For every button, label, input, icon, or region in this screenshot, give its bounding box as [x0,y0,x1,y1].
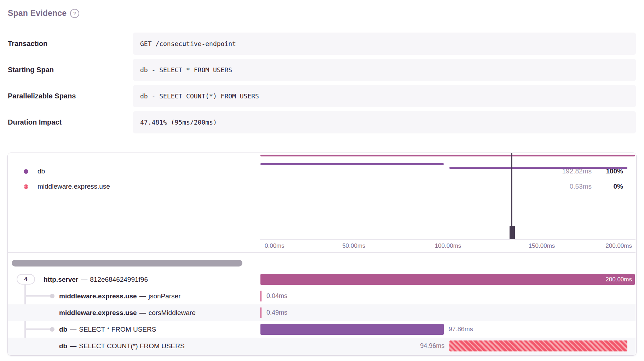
span-separator: — [139,309,146,317]
span-children-count-pill[interactable]: 4 [17,274,35,285]
span-duration-label: 94.96ms [260,338,444,354]
axis-tick [354,240,354,242]
span-bar-db-count [449,340,627,351]
trace-minimap[interactable] [260,153,636,239]
span-row-corsmiddleware[interactable]: middleware.express.use — corsMiddleware … [8,304,636,321]
minimap-span-line-http-server [260,155,635,156]
span-description: SELECT COUNT(*) FROM USERS [79,342,184,350]
axis-label: 50.00ms [342,242,365,250]
evidence-value: GET /consecutive-endpoint [133,33,636,55]
axis-tick [542,240,542,242]
span-rows: 4 http.server — 812e684624991f96 200.00m… [8,271,636,355]
span-duration-label: 0.49ms [266,304,287,321]
evidence-row-parallelizable-spans: Parallelizable Spans db - SELECT COUNT(*… [0,85,644,107]
evidence-label: Duration Impact [8,111,62,133]
span-op: middleware.express.use [59,309,137,317]
span-row-db-count[interactable]: db — SELECT COUNT(*) FROM USERS 94.96ms [8,338,636,355]
span-duration-label: 0.04ms [266,288,287,304]
span-op: db [59,342,67,350]
scrollbar-thumb[interactable] [12,260,242,267]
axis-label: 0.00ms [265,242,284,250]
scrollbar-track[interactable] [8,252,636,271]
axis-label: 200.00ms [605,242,632,250]
span-bar-corsmiddleware [260,307,261,318]
span-bar-http-server: 200.00ms [260,274,635,285]
evidence-label: Transaction [8,33,47,55]
span-bar-db-select [260,324,444,335]
span-op: middleware.express.use [59,292,137,300]
axis-tick [448,240,448,242]
span-separator: — [81,276,87,283]
span-bar-jsonparser [260,291,261,302]
span-row-http-server[interactable]: 4 http.server — 812e684624991f96 200.00m… [8,271,636,288]
minimap-left-drag-handle[interactable] [510,226,515,239]
help-question-icon[interactable]: ? [70,9,79,18]
span-separator: — [139,292,146,300]
evidence-row-duration-impact: Duration Impact 47.481% (95ms/200ms) [0,111,644,133]
span-description: 812e684624991f96 [90,276,148,283]
span-duration-label: 200.00ms [605,274,632,285]
minimap-span-line-db-select [260,163,444,165]
evidence-label: Parallelizable Spans [8,85,76,107]
minimap-span-line-db-count [449,167,627,169]
span-op: db [59,326,67,333]
span-row-jsonparser[interactable]: middleware.express.use — jsonParser 0.04… [8,288,636,304]
evidence-label: Starting Span [8,59,54,81]
evidence-row-starting-span: Starting Span db - SELECT * FROM USERS [0,59,644,81]
legend-swatch-db-icon [24,169,28,174]
section-header: Span Evidence ? [8,8,79,18]
span-row-db-select[interactable]: db — SELECT * FROM USERS 97.86ms [8,321,636,338]
span-description: SELECT * FROM USERS [79,326,156,333]
span-separator: — [70,342,76,350]
trace-waterfall-panel: db 192.82ms 100% middleware.express.use … [7,153,637,356]
span-description: jsonParser [149,292,181,300]
evidence-value: db - SELECT COUNT(*) FROM USERS [133,85,636,107]
legend-swatch-middleware-icon [24,184,28,189]
span-op: http.server [44,276,78,283]
evidence-row-transaction: Transaction GET /consecutive-endpoint [0,33,644,55]
evidence-value: 47.481% (95ms/200ms) [133,111,636,133]
evidence-value: db - SELECT * FROM USERS [133,59,636,81]
span-duration-label: 97.86ms [449,321,473,338]
axis-label: 150.00ms [529,242,555,250]
page-title: Span Evidence [8,8,67,18]
axis-label: 100.00ms [435,242,461,250]
time-axis: 0.00ms 50.00ms 100.00ms 150.00ms 200.00m… [260,239,636,252]
span-description: corsMiddleware [149,309,196,317]
span-separator: — [70,326,76,333]
